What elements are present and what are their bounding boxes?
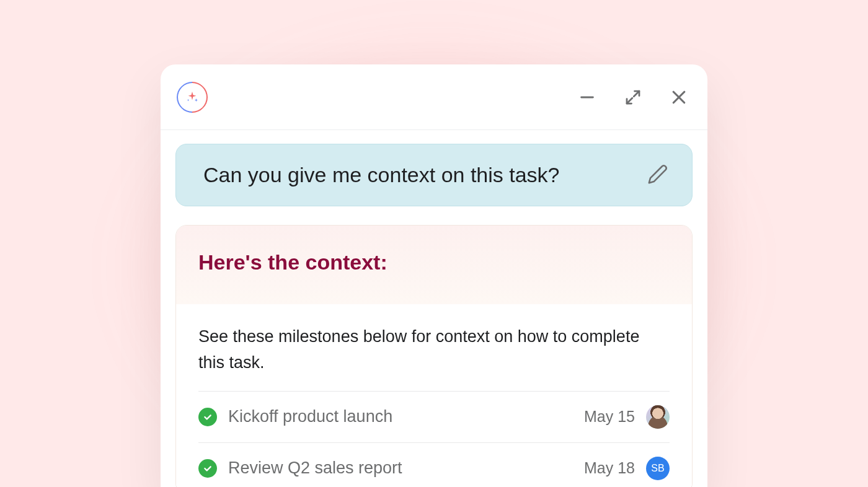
user-query-box: Can you give me context on this task? xyxy=(175,144,693,206)
milestone-date: May 15 xyxy=(584,408,635,426)
minimize-button[interactable] xyxy=(577,87,597,107)
response-body: See these milestones below for context o… xyxy=(176,304,692,487)
edit-query-button[interactable] xyxy=(647,164,668,187)
ai-assistant-panel: Can you give me context on this task? He… xyxy=(161,64,707,487)
milestone-date: May 18 xyxy=(584,459,635,477)
assignee-avatar[interactable]: SB xyxy=(646,457,670,480)
close-button[interactable] xyxy=(669,87,689,107)
window-controls xyxy=(577,87,689,107)
user-query-text: Can you give me context on this task? xyxy=(203,163,635,187)
ai-response-card: Here's the context: See these milestones… xyxy=(175,225,693,487)
assignee-avatar[interactable] xyxy=(646,405,670,429)
expand-icon xyxy=(624,88,642,107)
response-header: Here's the context: xyxy=(176,226,692,304)
titlebar xyxy=(161,64,707,130)
check-complete-icon xyxy=(198,459,217,478)
expand-button[interactable] xyxy=(623,87,643,107)
milestone-title: Kickoff product launch xyxy=(228,407,573,426)
minimize-icon xyxy=(578,89,596,106)
sparkle-icon xyxy=(185,90,199,104)
pencil-icon xyxy=(647,164,668,185)
response-title: Here's the context: xyxy=(198,250,670,274)
close-icon xyxy=(670,88,688,107)
milestone-title: Review Q2 sales report xyxy=(228,458,573,478)
ai-sparkle-badge xyxy=(170,75,215,119)
response-description: See these milestones below for context o… xyxy=(198,324,670,376)
milestone-row[interactable]: Kickoff product launch May 15 xyxy=(198,391,670,442)
milestone-row[interactable]: Review Q2 sales report May 18 SB xyxy=(198,442,670,487)
check-complete-icon xyxy=(198,408,217,426)
